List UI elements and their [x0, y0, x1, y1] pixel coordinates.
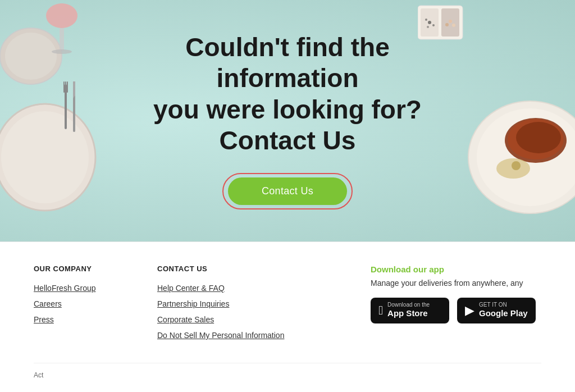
svg-point-17	[516, 122, 561, 153]
app-store-name: App Store	[387, 308, 430, 319]
app-description: Manage your deliveries from anywhere, an…	[371, 279, 539, 288]
footer-columns: OUR COMPANY HelloFresh Group Careers Pre…	[34, 265, 541, 346]
our-company-links: HelloFresh Group Careers Press	[34, 283, 157, 325]
svg-rect-8	[63, 81, 65, 93]
google-play-name: Google Play	[479, 308, 528, 319]
svg-point-4	[46, 3, 77, 28]
footer-col-app: Download our app Manage your deliveries …	[314, 265, 541, 346]
contact-us-heading: CONTACT US	[157, 265, 314, 273]
svg-rect-10	[67, 81, 68, 93]
contact-us-links: Help Center & FAQ Partnership Inquiries …	[157, 283, 314, 340]
partnership-inquiries-link[interactable]: Partnership Inquiries	[157, 299, 229, 308]
app-download-buttons:  Download on the App Store ▶ GET IT ON …	[371, 298, 541, 323]
svg-rect-5	[60, 28, 64, 51]
svg-point-24	[425, 19, 427, 21]
svg-point-1	[1, 111, 89, 203]
list-item: Press	[34, 314, 157, 325]
footer-col-contact-us: CONTACT US Help Center & FAQ Partnership…	[157, 265, 314, 346]
hero-content: Couldn't find the information you were l…	[119, 32, 456, 209]
list-item: Partnership Inquiries	[157, 299, 314, 309]
contact-button-wrapper: Contact Us	[222, 173, 353, 209]
svg-point-28	[445, 23, 449, 26]
footer-col-our-company: OUR COMPANY HelloFresh Group Careers Pre…	[34, 265, 157, 346]
svg-point-26	[427, 26, 429, 28]
google-play-icon: ▶	[465, 304, 474, 317]
svg-point-23	[428, 21, 431, 24]
svg-rect-9	[65, 81, 66, 93]
do-not-sell-link[interactable]: Do Not Sell My Personal Information	[157, 331, 284, 340]
list-item: Do Not Sell My Personal Information	[157, 330, 314, 340]
list-item: Careers	[34, 299, 157, 309]
hero-title: Couldn't find the information you were l…	[119, 32, 456, 156]
hero-section: Couldn't find the information you were l…	[0, 0, 575, 241]
app-store-sub: Download on the	[387, 302, 430, 308]
our-company-heading: OUR COMPANY	[34, 265, 157, 273]
svg-point-25	[432, 24, 435, 26]
google-play-text: GET IT ON Google Play	[479, 302, 528, 319]
google-play-sub: GET IT ON	[479, 302, 528, 308]
list-item: HelloFresh Group	[34, 283, 157, 293]
left-food-svg	[0, 0, 124, 241]
apple-icon: 	[378, 304, 383, 317]
hellofresh-group-link[interactable]: HelloFresh Group	[34, 284, 96, 293]
svg-marker-12	[73, 81, 75, 98]
svg-point-27	[449, 20, 452, 23]
list-item: Help Center & FAQ	[157, 283, 314, 293]
download-app-heading: Download our app	[371, 265, 541, 274]
svg-point-19	[512, 161, 521, 170]
food-decoration-left	[0, 0, 112, 241]
svg-point-6	[52, 49, 72, 54]
footer: OUR COMPANY HelloFresh Group Careers Pre…	[0, 241, 575, 390]
app-store-text: Download on the App Store	[387, 302, 430, 319]
google-play-button[interactable]: ▶ GET IT ON Google Play	[457, 298, 536, 323]
footer-bottom-text: Act	[34, 371, 43, 379]
press-link[interactable]: Press	[34, 315, 54, 324]
footer-bottom: Act	[34, 363, 541, 379]
svg-point-3	[5, 33, 57, 80]
list-item: Corporate Sales	[157, 314, 314, 325]
contact-us-button[interactable]: Contact Us	[228, 177, 347, 205]
help-center-link[interactable]: Help Center & FAQ	[157, 284, 225, 293]
app-store-button[interactable]:  Download on the App Store	[371, 298, 449, 323]
svg-point-29	[452, 24, 455, 27]
careers-link[interactable]: Careers	[34, 299, 62, 308]
corporate-sales-link[interactable]: Corporate Sales	[157, 315, 214, 324]
